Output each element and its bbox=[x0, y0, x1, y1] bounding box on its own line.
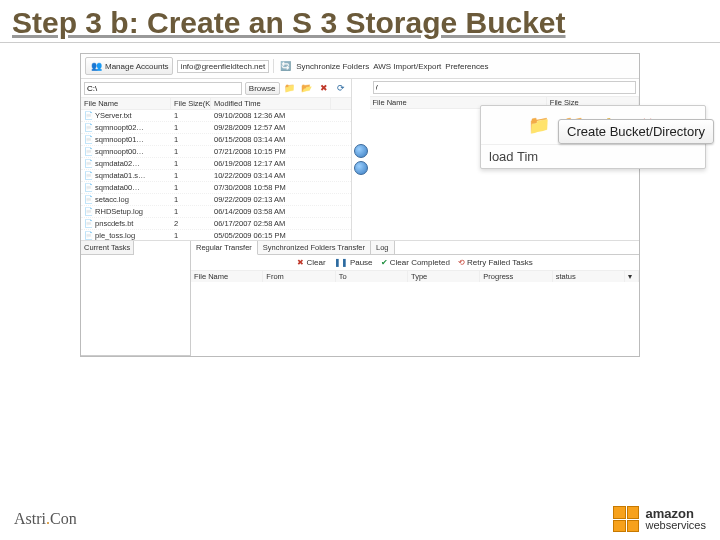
retry-icon: ⟲ bbox=[458, 258, 465, 267]
import-export-label[interactable]: AWS Import/Export bbox=[373, 62, 441, 71]
transfer-tabs: Regular Transfer Synchronized Folders Tr… bbox=[191, 241, 639, 255]
slide-footer: Astri.Con amazon webservices bbox=[0, 506, 720, 532]
table-row[interactable]: 📄 pnscdefs.bt206/17/2007 02:58 AM bbox=[81, 218, 351, 230]
aws-logo: amazon webservices bbox=[613, 506, 706, 532]
local-path-input[interactable] bbox=[84, 82, 242, 95]
tab-log[interactable]: Log bbox=[371, 241, 395, 254]
transfer-headers: File Name From To Type Progress status ▾ bbox=[191, 271, 639, 282]
remote-path-row bbox=[370, 79, 640, 96]
xh-progress[interactable]: Progress bbox=[480, 271, 552, 282]
xh-type[interactable]: Type bbox=[408, 271, 480, 282]
upload-button[interactable] bbox=[354, 144, 368, 158]
table-row[interactable]: 📄 RHDSetup.log106/14/2009 03:58 AM bbox=[81, 206, 351, 218]
up-folder-icon[interactable]: 📁 bbox=[283, 81, 297, 95]
aws-text: amazon webservices bbox=[645, 507, 706, 531]
table-row[interactable]: 📄 sqmnoopt02…109/28/2009 12:57 AM bbox=[81, 122, 351, 134]
download-button[interactable] bbox=[354, 161, 368, 175]
xh-name[interactable]: File Name bbox=[191, 271, 263, 282]
current-tasks-panel: Current Tasks bbox=[81, 241, 191, 356]
pause-button[interactable]: ❚❚ Pause bbox=[334, 258, 373, 267]
astricon-logo: Astri.Con bbox=[14, 510, 77, 528]
refresh-icon[interactable]: ⟳ bbox=[334, 81, 348, 95]
clear-completed-button[interactable]: ✔ Clear Completed bbox=[381, 258, 450, 267]
slide-title: Step 3 b: Create an S 3 Storage Bucket bbox=[0, 0, 720, 43]
table-row[interactable]: 📄 setacc.log109/22/2009 02:13 AM bbox=[81, 194, 351, 206]
up-dir-icon[interactable]: 📁 bbox=[525, 112, 553, 138]
table-row[interactable]: 📄 sqmdata01.s…110/22/2009 03:14 AM bbox=[81, 170, 351, 182]
slide-body: 👥 Manage Accounts info@greenfieldtech.ne… bbox=[0, 43, 720, 357]
local-file-list[interactable]: 📄 YServer.txt109/10/2008 12:36 AM📄 sqmno… bbox=[81, 110, 351, 240]
browse-button[interactable]: Browse bbox=[245, 82, 280, 95]
table-row[interactable]: 📄 sqmnoopt01…106/15/2008 03:14 AM bbox=[81, 134, 351, 146]
preferences-label[interactable]: Preferences bbox=[445, 62, 488, 71]
table-row[interactable]: 📄 sqmdata02…106/19/2008 12:17 AM bbox=[81, 158, 351, 170]
remote-path-input[interactable] bbox=[373, 81, 637, 94]
table-row[interactable]: 📄 sqmnoopt00…107/21/2008 10:15 PM bbox=[81, 146, 351, 158]
local-path-row: Browse 📁 📂 ✖ ⟳ bbox=[81, 79, 351, 97]
delete-icon[interactable]: ✖ bbox=[317, 81, 331, 95]
sync-icon: 🔄 bbox=[278, 59, 292, 73]
clear-icon: ✖ bbox=[297, 258, 304, 267]
local-headers: File Name File Size(Kb) Modified Time bbox=[81, 97, 351, 110]
tasks-area: Current Tasks Regular Transfer Synchroni… bbox=[81, 241, 639, 356]
header-filesize[interactable]: File Size(Kb) bbox=[171, 98, 211, 109]
accounts-icon: 👥 bbox=[89, 59, 103, 73]
transfer-body bbox=[191, 282, 639, 342]
callout-label: load Tim bbox=[481, 145, 705, 168]
table-row[interactable]: 📄 YServer.txt109/10/2008 12:36 AM bbox=[81, 110, 351, 122]
retry-button[interactable]: ⟲ Retry Failed Tasks bbox=[458, 258, 533, 267]
pause-icon: ❚❚ bbox=[334, 258, 348, 267]
xh-from[interactable]: From bbox=[263, 271, 335, 282]
local-pane: Browse 📁 📂 ✖ ⟳ File Name File Size(Kb) M… bbox=[81, 79, 352, 240]
clear-button[interactable]: ✖ Clear bbox=[297, 258, 325, 267]
sync-folders-label[interactable]: Synchronize Folders bbox=[296, 62, 369, 71]
tab-sync[interactable]: Synchronized Folders Transfer bbox=[258, 241, 371, 254]
tab-regular[interactable]: Regular Transfer bbox=[191, 241, 258, 255]
header-modified[interactable]: Modified Time bbox=[211, 98, 331, 109]
xh-to[interactable]: To bbox=[336, 271, 408, 282]
toolbar-separator bbox=[273, 59, 274, 73]
transfer-arrows bbox=[352, 79, 370, 240]
xh-menu[interactable]: ▾ bbox=[625, 271, 639, 282]
manage-accounts-label: Manage Accounts bbox=[105, 62, 169, 71]
check-icon: ✔ bbox=[381, 258, 388, 267]
main-toolbar: 👥 Manage Accounts info@greenfieldtech.ne… bbox=[81, 54, 639, 79]
s3-browser-app: 👥 Manage Accounts info@greenfieldtech.ne… bbox=[80, 53, 640, 357]
create-bucket-tooltip: Create Bucket/Directory bbox=[558, 119, 714, 144]
new-folder-icon[interactable]: 📂 bbox=[300, 81, 314, 95]
header-filename[interactable]: File Name bbox=[81, 98, 171, 109]
transfer-panel: Regular Transfer Synchronized Folders Tr… bbox=[191, 241, 639, 356]
account-selector[interactable]: info@greenfieldtech.net bbox=[177, 60, 270, 73]
xh-status[interactable]: status bbox=[553, 271, 625, 282]
table-row[interactable]: 📄 sqmdata00…107/30/2008 10:58 PM bbox=[81, 182, 351, 194]
aws-cube-icon bbox=[613, 506, 639, 532]
table-row[interactable]: 📄 ple_toss.log105/05/2009 06:15 PM bbox=[81, 230, 351, 240]
current-tasks-tab[interactable]: Current Tasks bbox=[81, 241, 134, 255]
transfer-toolbar: ✖ Clear ❚❚ Pause ✔ Clear Completed ⟲ Ret… bbox=[191, 255, 639, 271]
manage-accounts-button[interactable]: 👥 Manage Accounts bbox=[85, 57, 173, 75]
